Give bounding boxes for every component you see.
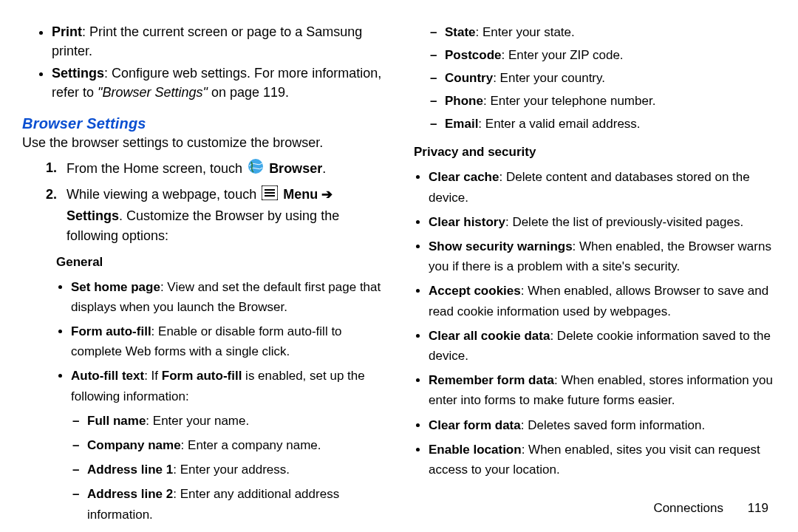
continuation-bullets: Print: Print the current screen or page … bbox=[22, 22, 384, 102]
term: Clear history bbox=[429, 215, 505, 229]
field-address-2: Address line 2: Enter any additional add… bbox=[87, 484, 384, 524]
term: Address line 1 bbox=[87, 463, 173, 477]
opt-accept-cookies: Accept cookies: When enabled, allows Bro… bbox=[429, 281, 776, 321]
settings-label: Settings bbox=[66, 208, 119, 223]
term: Clear all cookie data bbox=[429, 329, 550, 343]
term: Settings bbox=[52, 66, 104, 81]
term: Country bbox=[445, 71, 493, 85]
term: Enable location bbox=[429, 443, 522, 457]
two-column-layout: Print: Print the current screen or page … bbox=[22, 22, 776, 532]
desc: : Enter your ZIP code. bbox=[502, 48, 624, 62]
field-email: Email: Enter a valid email address. bbox=[445, 114, 776, 135]
term: Clear cache bbox=[429, 170, 499, 184]
autofill-fields-left: Full name: Enter your name. Company name… bbox=[71, 411, 384, 532]
bullet-settings: Settings: Configure web settings. For mo… bbox=[52, 64, 384, 102]
privacy-options-list: Clear cache: Delete content and database… bbox=[414, 167, 776, 480]
menu-icon bbox=[262, 185, 278, 206]
field-postcode: Postcode: Enter your ZIP code. bbox=[445, 45, 776, 66]
subheading-privacy-security: Privacy and security bbox=[414, 145, 776, 160]
term: Postcode bbox=[445, 48, 502, 62]
desc: : Print the current screen or page to a … bbox=[52, 24, 362, 58]
opt-enable-location: Enable location: When enabled, sites you… bbox=[429, 440, 776, 480]
term: Auto-fill text bbox=[71, 369, 144, 383]
text: While viewing a webpage, touch bbox=[66, 187, 260, 202]
xref-suffix: on page 119. bbox=[208, 85, 289, 100]
mid: : If bbox=[144, 369, 162, 383]
globe-icon bbox=[248, 158, 264, 180]
term: Set home page bbox=[71, 280, 160, 294]
opt-auto-fill-text: Auto-fill text: If Form auto-fill is ena… bbox=[71, 366, 384, 532]
cross-reference: "Browser Settings" bbox=[98, 85, 208, 100]
term: Accept cookies bbox=[429, 284, 521, 298]
term: Email bbox=[445, 117, 478, 131]
term: Remember form data bbox=[429, 373, 554, 387]
text: From the Home screen, touch bbox=[66, 161, 246, 176]
desc: : Enter your address. bbox=[173, 463, 290, 477]
period: . bbox=[322, 161, 326, 176]
desc: : Enter a valid email address. bbox=[478, 117, 640, 131]
opt-remember-form-data: Remember form data: When enabled, stores… bbox=[429, 370, 776, 410]
autofill-fields-right: State: Enter your state. Postcode: Enter… bbox=[414, 22, 776, 134]
term: Full name bbox=[87, 414, 146, 428]
term: Phone bbox=[445, 94, 483, 108]
field-address-1: Address line 1: Enter your address. bbox=[87, 460, 384, 480]
page-footer: Connections 119 bbox=[653, 501, 768, 516]
opt-clear-all-cookie-data: Clear all cookie data: Delete cookie inf… bbox=[429, 326, 776, 366]
section-intro: Use the browser settings to customize th… bbox=[22, 135, 384, 151]
desc: : Delete the list of previously-visited … bbox=[505, 215, 743, 229]
desc: : Enter your country. bbox=[493, 71, 605, 85]
opt-form-auto-fill: Form auto-fill: Enable or disable form a… bbox=[71, 321, 384, 361]
bullet-print: Print: Print the current screen or page … bbox=[52, 22, 384, 61]
term: Clear form data bbox=[429, 418, 521, 432]
numbered-steps: From the Home screen, touch Browser. Whi… bbox=[22, 158, 384, 245]
manual-page: Print: Print the current screen or page … bbox=[0, 0, 798, 532]
term2: Form auto-fill bbox=[162, 369, 242, 383]
svg-point-0 bbox=[248, 159, 263, 174]
general-options-list: Set home page: View and set the default … bbox=[22, 277, 384, 532]
footer-page-number: 119 bbox=[748, 501, 768, 515]
term: State bbox=[445, 25, 476, 39]
right-column: State: Enter your state. Postcode: Enter… bbox=[414, 22, 776, 532]
opt-clear-history: Clear history: Delete the list of previo… bbox=[429, 212, 776, 232]
menu-label: Menu bbox=[283, 187, 318, 202]
opt-clear-form-data: Clear form data: Deletes saved form info… bbox=[429, 415, 776, 435]
field-city-town: City/Town: Enter your city and town. bbox=[87, 529, 384, 532]
desc: : Enter your state. bbox=[476, 25, 575, 39]
footer-section: Connections bbox=[653, 501, 723, 515]
subheading-general: General bbox=[56, 255, 384, 270]
field-phone: Phone: Enter your telephone number. bbox=[445, 91, 776, 112]
term: Company name bbox=[87, 438, 181, 452]
desc: : Deletes saved form information. bbox=[521, 418, 705, 432]
desc: : Enter a company name. bbox=[181, 438, 321, 452]
step-1: From the Home screen, touch Browser. bbox=[66, 158, 384, 180]
section-heading-browser-settings: Browser Settings bbox=[22, 115, 384, 132]
term: Show security warnings bbox=[429, 239, 573, 253]
opt-clear-cache: Clear cache: Delete content and database… bbox=[429, 167, 776, 207]
opt-set-home-page: Set home page: View and set the default … bbox=[71, 277, 384, 317]
field-state: State: Enter your state. bbox=[445, 22, 776, 44]
opt-show-security-warnings: Show security warnings: When enabled, th… bbox=[429, 236, 776, 276]
field-full-name: Full name: Enter your name. bbox=[87, 411, 384, 431]
field-company-name: Company name: Enter a company name. bbox=[87, 435, 384, 455]
field-country: Country: Enter your country. bbox=[445, 68, 776, 89]
desc: : Enter your telephone number. bbox=[483, 94, 655, 108]
term: Address line 2 bbox=[87, 487, 173, 501]
left-column: Print: Print the current screen or page … bbox=[22, 22, 384, 532]
step-2: While viewing a webpage, touch Menu ➔ Se… bbox=[66, 185, 384, 245]
arrow-icon: ➔ bbox=[318, 187, 332, 202]
label: Browser bbox=[269, 161, 322, 176]
term: Print bbox=[52, 24, 82, 39]
desc: : Enter your name. bbox=[146, 414, 249, 428]
term: Form auto-fill bbox=[71, 324, 151, 338]
